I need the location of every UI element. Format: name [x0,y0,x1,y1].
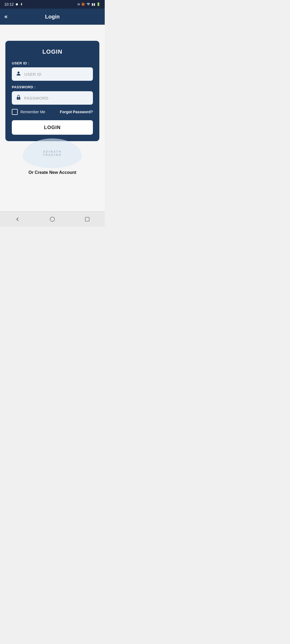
nav-bar: « Login [0,9,105,25]
remember-me-checkbox[interactable] [12,109,18,115]
recent-nav-button[interactable] [83,215,92,224]
wifi-icon [86,2,90,7]
mute-icon: ⊖ [77,2,80,6]
watermark-area: ADINATH TRADING Or Create New Account [5,138,99,175]
user-id-input-wrapper [12,67,93,81]
status-time: 10:12 [4,2,14,6]
watermark-line1: ADINATH [43,150,62,153]
user-id-label: USER ID : [12,61,93,65]
forgot-password-link[interactable]: Forgot Password? [60,110,93,114]
bottom-nav [0,211,105,226]
home-nav-button[interactable] [48,215,57,224]
watermark-circle: ADINATH TRADING [23,138,82,168]
remember-row: Remember Me Forgot Password? [12,109,93,115]
status-bar: 10:12 ⏺ ⬇ ⊖ 🔕 ▮▮ 🔋 [0,0,105,9]
password-label: PASSWORD : [12,85,93,89]
password-input-wrapper [12,91,93,105]
lock-icon [16,94,21,102]
svg-point-0 [17,71,19,73]
user-icon [16,71,21,78]
login-card-title: LOGIN [12,48,93,55]
status-icons-right: ⊖ 🔕 ▮▮ 🔋 [77,2,100,7]
remember-me-label: Remember Me [20,110,45,114]
or-create-account[interactable]: Or Create New Account [28,170,76,175]
media-icon: ⏺ [15,2,19,6]
remember-left: Remember Me [12,109,45,115]
watermark-line2: TRADING [43,153,62,156]
notification-icon: 🔕 [81,2,85,6]
login-button[interactable]: LOGIN [12,120,93,135]
battery-icon: 🔋 [96,2,100,6]
download-icon: ⬇ [20,2,23,6]
main-content: LOGIN USER ID : PASSWORD : [0,25,105,211]
svg-point-3 [50,217,55,221]
svg-rect-4 [85,217,89,221]
back-nav-button[interactable] [13,215,22,224]
login-card: LOGIN USER ID : PASSWORD : [5,41,99,141]
password-input[interactable] [24,96,89,100]
back-button[interactable]: « [4,14,8,20]
signal-icon: ▮▮ [92,2,95,6]
page-title: Login [45,14,60,20]
svg-point-2 [18,98,19,99]
user-id-input[interactable] [24,72,89,76]
status-left: 10:12 ⏺ ⬇ [4,2,23,6]
